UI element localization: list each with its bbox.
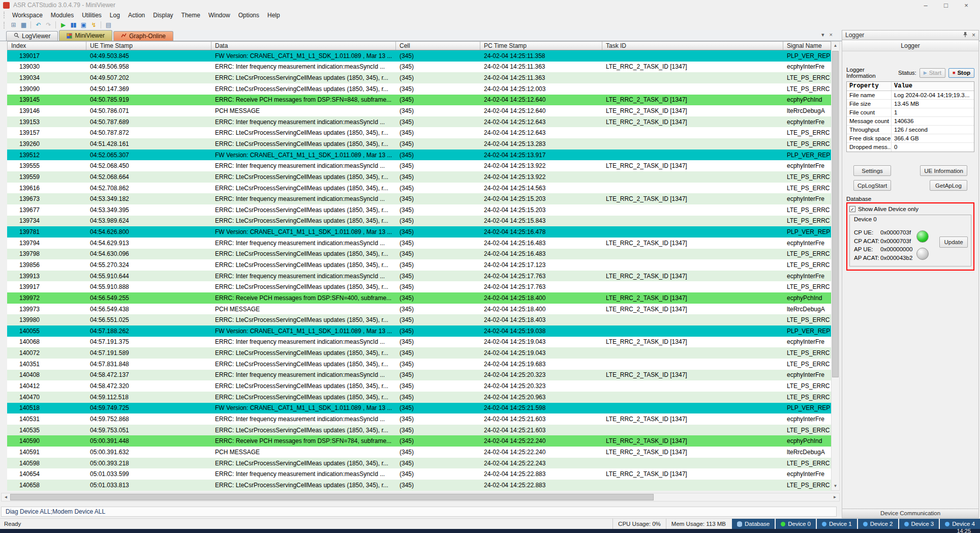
dock-close-icon[interactable]: × bbox=[972, 32, 975, 39]
table-row[interactable]: 13991304:55.910.644ERRC: Inter frequency… bbox=[7, 271, 831, 282]
table-row[interactable]: 14035104:57.831.848ERRC: LteCsrProcessSe… bbox=[7, 359, 831, 370]
open-log-icon[interactable]: ⊞ bbox=[8, 21, 18, 28]
table-row[interactable]: 14040804:58.472.137ERRC: Inter frequency… bbox=[7, 370, 831, 381]
table-row[interactable]: 14053104:59.752.868ERRC: Inter frequency… bbox=[7, 413, 831, 425]
tab-close-icon[interactable]: × bbox=[830, 32, 833, 38]
scroll-down-icon[interactable]: ▼ bbox=[832, 482, 839, 490]
table-row[interactable]: 13967304:53.349.182ERRC: Inter frequency… bbox=[7, 193, 831, 204]
play-icon[interactable]: ▶ bbox=[58, 21, 68, 28]
getaplog-button[interactable]: GetApLog bbox=[930, 180, 967, 191]
column-header-index[interactable]: Index bbox=[8, 42, 86, 50]
property-row[interactable]: Message count140636 bbox=[847, 117, 974, 126]
status-pane-device-1[interactable]: Device 1 bbox=[816, 519, 857, 529]
tab-list-dropdown-icon[interactable]: ▾ bbox=[821, 32, 824, 38]
close-button[interactable]: × bbox=[963, 2, 970, 9]
table-row[interactable]: 13955504:52.068.450ERRC: Inter frequency… bbox=[7, 160, 831, 171]
table-row[interactable]: 13967704:53.349.395ERRC: LteCsrProcessSe… bbox=[7, 204, 831, 216]
menu-item-modules[interactable]: Modules bbox=[47, 11, 78, 19]
table-row[interactable]: 14007204:57.191.589ERRC: LteCsrProcessSe… bbox=[7, 347, 831, 359]
property-row[interactable]: File nameLog 2024-02-04 14;19;19.3... bbox=[847, 91, 974, 100]
back-icon[interactable]: ↶ bbox=[33, 21, 43, 28]
table-row[interactable]: 14065405:01.033.599ERRC: Inter frequency… bbox=[7, 468, 831, 480]
status-pane-device-2[interactable]: Device 2 bbox=[857, 519, 898, 529]
status-pane-database[interactable]: Database bbox=[731, 519, 775, 529]
table-row[interactable]: 14059805:00.393.218ERRC: LteCsrProcessSe… bbox=[7, 458, 831, 469]
column-header-signal-name[interactable]: Signal Name bbox=[783, 42, 831, 50]
table-row[interactable]: 13955904:52.068.664ERRC: LteCsrProcessSe… bbox=[7, 171, 831, 183]
property-row[interactable]: Throughput126 / second bbox=[847, 126, 974, 134]
column-header-pc-time-stamp[interactable]: PC Time Stamp bbox=[480, 42, 602, 50]
table-row[interactable]: 14006804:57.191.375ERRC: Inter frequency… bbox=[7, 337, 831, 348]
table-row[interactable]: 14041204:58.472.320ERRC: LteCsrProcessSe… bbox=[7, 380, 831, 392]
status-pane-device-4[interactable]: Device 4 bbox=[939, 519, 980, 529]
property-row[interactable]: File count1 bbox=[847, 108, 974, 117]
table-row[interactable]: 13903004:49.506.958ERRC: Inter frequency… bbox=[7, 62, 831, 73]
maximize-button[interactable]: □ bbox=[942, 2, 950, 9]
table-row[interactable]: 13914504:50.785.919ERRC: Receive PCH mes… bbox=[7, 95, 831, 106]
show-alive-checkbox[interactable]: ✓ bbox=[849, 206, 855, 212]
menu-item-action[interactable]: Action bbox=[124, 11, 149, 19]
property-row[interactable]: Dropped mess...0 bbox=[847, 143, 974, 152]
menu-item-theme[interactable]: Theme bbox=[177, 11, 204, 19]
tab-logviewer[interactable]: LogViewer bbox=[6, 31, 58, 41]
column-header-task-id[interactable]: Task ID bbox=[602, 42, 783, 50]
column-header-ue-time-stamp[interactable]: UE Time Stamp bbox=[86, 42, 211, 50]
table-row[interactable]: 13973404:53.989.624ERRC: LteCsrProcessSe… bbox=[7, 216, 831, 227]
table-row[interactable]: 13997204:56.549.255ERRC: Receive PCH mes… bbox=[7, 292, 831, 304]
cplogstart-button[interactable]: CpLogStart bbox=[853, 180, 891, 191]
menu-item-log[interactable]: Log bbox=[106, 11, 124, 19]
table-row[interactable]: 13979804:54.630.096ERRC: LteCsrProcessSe… bbox=[7, 249, 831, 260]
table-row[interactable]: 14005504:57.188.262FW Version: CRANEL_CA… bbox=[7, 325, 831, 337]
table-row[interactable]: 14059105:00.391.632PCH MESSAGE(345)24-02… bbox=[7, 447, 831, 458]
save-icon[interactable]: ▦ bbox=[18, 21, 28, 28]
tab-graph-online[interactable]: Graph-Online bbox=[113, 31, 173, 41]
table-row[interactable]: 13951204:52.065.307FW Version: CRANEL_CA… bbox=[7, 150, 831, 161]
ue-information-button[interactable]: UE Information bbox=[920, 165, 967, 176]
menu-item-display[interactable]: Display bbox=[149, 11, 177, 19]
table-row[interactable]: 13926004:51.428.161ERRC: LteCsrProcessSe… bbox=[7, 138, 831, 150]
table-row[interactable]: 13961604:52.708.862ERRC: LteCsrProcessSe… bbox=[7, 183, 831, 194]
stop-button[interactable]: ■ Stop bbox=[948, 68, 974, 78]
column-header-cell[interactable]: Cell bbox=[396, 42, 480, 50]
settings-button[interactable]: Settings bbox=[853, 165, 891, 176]
table-row[interactable]: 14065805:01.033.813ERRC: LteCsrProcessSe… bbox=[7, 480, 831, 491]
menu-item-workspace[interactable]: Workspace bbox=[8, 11, 47, 19]
table-row[interactable]: 14053504:59.753.051ERRC: LteCsrProcessSe… bbox=[7, 425, 831, 436]
table-row[interactable]: 13909004:50.147.369ERRC: LteCsrProcessSe… bbox=[7, 83, 831, 95]
table-row[interactable]: 13915704:50.787.872ERRC: LteCsrProcessSe… bbox=[7, 127, 831, 138]
table-row[interactable]: 13998004:56.551.025ERRC: LteCsrProcessSe… bbox=[7, 314, 831, 325]
table-row[interactable]: 13979404:54.629.913ERRC: Inter frequency… bbox=[7, 238, 831, 249]
tab-miniviewer[interactable]: MiniViewer bbox=[59, 30, 112, 41]
menu-item-help[interactable]: Help bbox=[263, 11, 284, 19]
table-row[interactable]: 13915304:50.787.689ERRC: Inter frequency… bbox=[7, 116, 831, 128]
scroll-left-icon[interactable]: ◄ bbox=[2, 495, 10, 499]
table-row[interactable]: 14047004:59.112.518ERRC: LteCsrProcessSe… bbox=[7, 392, 831, 403]
menu-item-utilities[interactable]: Utilities bbox=[78, 11, 106, 19]
pin-icon[interactable] bbox=[963, 32, 968, 39]
report-icon[interactable]: ▤ bbox=[103, 21, 113, 28]
update-button[interactable]: Update bbox=[939, 236, 968, 248]
status-pane-device-3[interactable]: Device 3 bbox=[898, 519, 939, 529]
horizontal-scroll-thumb[interactable] bbox=[10, 494, 654, 500]
minimize-button[interactable]: – bbox=[922, 2, 929, 9]
property-row[interactable]: Free disk space366.4 GB bbox=[847, 134, 974, 143]
vertical-scroll-thumb[interactable] bbox=[832, 51, 839, 377]
table-row[interactable]: 13903404:49.507.202ERRC: LteCsrProcessSe… bbox=[7, 72, 831, 83]
forward-icon[interactable]: ↷ bbox=[43, 21, 53, 28]
scroll-right-icon[interactable]: ► bbox=[831, 495, 839, 499]
property-row[interactable]: File size13.45 MB bbox=[847, 100, 974, 108]
table-row[interactable]: 14051804:59.749.725FW Version: CRANEL_CA… bbox=[7, 403, 831, 414]
status-pane-device-0[interactable]: Device 0 bbox=[775, 519, 816, 529]
table-row[interactable]: 14059005:00.391.448ERRC: Receive PCH mes… bbox=[7, 435, 831, 447]
start-button[interactable]: ▶ Start bbox=[920, 68, 945, 78]
scroll-up-icon[interactable]: ▲ bbox=[832, 42, 839, 50]
device-communication-tab[interactable]: Device Communication bbox=[842, 509, 978, 518]
vertical-scrollbar[interactable]: ▲ ▼ bbox=[831, 41, 840, 491]
menu-item-window[interactable]: Window bbox=[204, 11, 234, 19]
screen-icon[interactable]: ▣ bbox=[78, 21, 88, 28]
pause-icon[interactable]: ▮▮ bbox=[68, 21, 78, 28]
table-row[interactable]: 13991704:55.910.888ERRC: LteCsrProcessSe… bbox=[7, 281, 831, 292]
lightning-icon[interactable]: ↯ bbox=[88, 21, 99, 28]
table-row[interactable]: 13985604:55.270.324ERRC: LteCsrProcessSe… bbox=[7, 259, 831, 271]
menu-item-options[interactable]: Options bbox=[234, 11, 263, 19]
